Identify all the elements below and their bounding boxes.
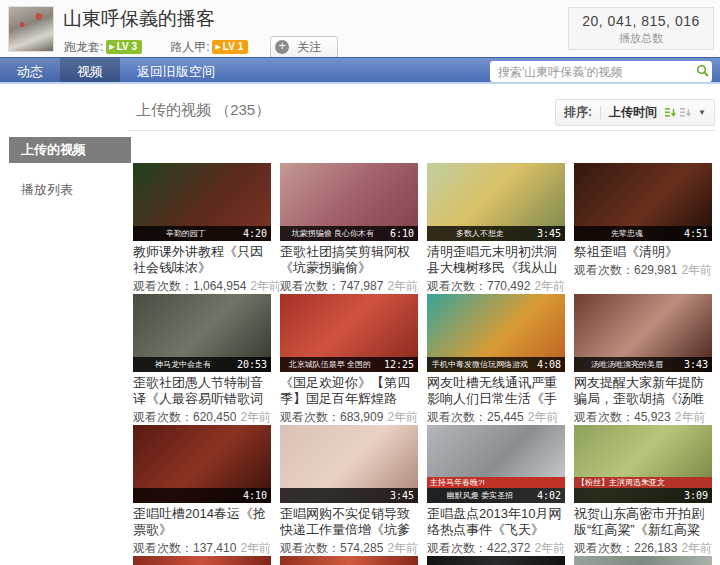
thumbnail-bottom-bar: 4:10 [133, 488, 271, 503]
sidebar-item-uploaded-videos[interactable]: 上传的视频 [9, 137, 131, 163]
video-title[interactable]: 清明歪唱元末明初洪洞县大槐树移民《我从山西来》 [427, 244, 565, 276]
video-meta: 观看次数：747,9872年前 [280, 278, 418, 295]
sort-desc-icon[interactable] [665, 107, 676, 118]
video-title[interactable]: 歪歌社团搞笑剪辑阿权《坑蒙拐骗偷》 [280, 244, 418, 276]
video-thumbnail[interactable]: 北京城队伍最早 全国的 12:25 [280, 294, 418, 372]
video-card[interactable]: 辛勤的园丁 4:20 教师课外讲教程《只因社会钱味浓》 观看次数：1,064,9… [133, 163, 271, 294]
video-duration: 6:10 [386, 228, 418, 239]
view-count: 观看次数：620,450 [133, 410, 236, 424]
video-thumbnail[interactable] [574, 556, 712, 565]
sidebar-item-playlists[interactable]: 播放列表 [9, 181, 131, 199]
video-duration: 4:51 [680, 228, 712, 239]
video-duration: 4:08 [533, 359, 565, 370]
view-count: 观看次数：770,492 [427, 279, 530, 293]
channel-title: 山東呼保義的播客 [63, 6, 215, 32]
video-meta: 观看次数：226,1832年前 [574, 540, 712, 557]
youku-play-icon: ▶ [215, 41, 220, 53]
follow-button[interactable]: + 关注 [270, 36, 338, 58]
video-card-partial[interactable] [574, 556, 712, 565]
video-duration: 3:45 [533, 228, 565, 239]
video-title[interactable]: 歪唱吐槽2014春运《抢票歌》 [133, 506, 271, 538]
video-thumbnail[interactable]: 坑蒙拐骗偷 良心你木有 6:10 [280, 163, 418, 241]
video-title[interactable]: 歪唱网购不实促销导致快递工作量倍增《坑爹双十二》 [280, 506, 418, 538]
video-thumbnail[interactable] [133, 556, 271, 565]
video-thumbnail[interactable]: 手机中毒发微信玩网络游戏 4:08 [427, 294, 565, 372]
thumbnail-caption: 先辈忠魂 [574, 228, 680, 239]
thumbnail-bottom-bar: 3:45 [280, 488, 418, 503]
video-thumbnail[interactable]: 3:45 [280, 425, 418, 503]
level-badge-orange: ▶LV 1 [212, 40, 248, 54]
video-card[interactable]: 主持马年春晚?! 幽默风趣 委实圣招 4:02 歪唱盘点2013年10月网络热点… [427, 425, 565, 556]
thumbnail-bottom-bar: 北京城队伍最早 全国的 12:25 [280, 357, 418, 372]
chevron-down-icon[interactable]: ▼ [698, 108, 706, 117]
divider [128, 130, 716, 131]
video-thumbnail[interactable]: 【粉丝】主演周迅朱亚文 3:09 [574, 425, 712, 503]
page-title: 上传的视频 （235） [136, 101, 270, 120]
view-count: 观看次数：629,981 [574, 263, 677, 277]
video-duration: 4:10 [239, 490, 271, 501]
video-duration: 4:02 [533, 490, 565, 501]
total-plays-box: 20, 041, 815, 016 播放总数 [568, 7, 714, 50]
sort-asc-icon[interactable] [680, 107, 691, 118]
tab-old-version[interactable]: 返回旧版空间 [120, 58, 232, 82]
upload-age: 2年前 [681, 541, 712, 555]
video-title[interactable]: 祝贺山东高密市开拍剧版“红高粱”《新红高粱传奇》 [574, 506, 712, 538]
video-grid: 辛勤的园丁 4:20 教师课外讲教程《只因社会钱味浓》 观看次数：1,064,9… [133, 163, 715, 565]
video-card[interactable]: 手机中毒发微信玩网络游戏 4:08 网友吐槽无线通讯严重影响人们日常生活《手机情… [427, 294, 565, 425]
sidebar: 上传的视频 播放列表 [9, 137, 131, 199]
video-title[interactable]: 网友提醒大家新年提防骗局，歪歌胡搞《汤唯被骗歌》 [574, 375, 712, 407]
video-card-partial[interactable] [133, 556, 271, 565]
video-title[interactable]: 教师课外讲教程《只因社会钱味浓》 [133, 244, 271, 276]
video-card[interactable]: 先辈忠魂 4:51 祭祖歪唱《清明》 观看次数：629,9812年前 [574, 163, 712, 294]
plus-icon: + [275, 40, 289, 54]
upload-age: 2年前 [675, 410, 706, 424]
video-title[interactable]: 歪歌社团愚人节特制音译《人最容易听错歌词终极版》 [133, 375, 271, 407]
video-thumbnail[interactable]: 多数人不想走 3:45 [427, 163, 565, 241]
upload-age: 2年前 [240, 541, 271, 555]
video-meta: 观看次数：422,3722年前 [427, 540, 565, 557]
video-card-partial[interactable] [427, 556, 565, 565]
channel-level-row: 跑龙套: ▶LV 3 路人甲: ▶LV 1 + 关注 [64, 36, 338, 58]
video-card[interactable]: 坑蒙拐骗偷 良心你木有 6:10 歪歌社团搞笑剪辑阿权《坑蒙拐骗偷》 观看次数：… [280, 163, 418, 294]
video-thumbnail[interactable] [280, 556, 418, 565]
thumbnail-caption: 汤唯汤唯漂亮的美眉 [574, 359, 680, 370]
thumbnail-caption: 手机中毒发微信玩网络游戏 [427, 359, 533, 370]
search-icon[interactable] [692, 63, 712, 81]
video-thumbnail[interactable]: 先辈忠魂 4:51 [574, 163, 712, 241]
upload-age: 2年前 [387, 279, 418, 293]
view-count: 观看次数：226,183 [574, 541, 677, 555]
video-thumbnail[interactable] [427, 556, 565, 565]
video-thumbnail[interactable]: 4:10 [133, 425, 271, 503]
video-card[interactable]: 【粉丝】主演周迅朱亚文 3:09 祝贺山东高密市开拍剧版“红高粱”《新红高粱传奇… [574, 425, 712, 556]
video-count: （235） [215, 101, 270, 118]
view-count: 观看次数：1,064,954 [133, 279, 246, 293]
video-thumbnail[interactable]: 神马龙中会走有 20:53 [133, 294, 271, 372]
video-card[interactable]: 多数人不想走 3:45 清明歪唱元末明初洪洞县大槐树移民《我从山西来》 观看次数… [427, 163, 565, 294]
video-thumbnail[interactable]: 主持马年春晚?! 幽默风趣 委实圣招 4:02 [427, 425, 565, 503]
view-count: 观看次数：45,923 [574, 410, 671, 424]
video-thumbnail[interactable]: 汤唯汤唯漂亮的美眉 3:43 [574, 294, 712, 372]
video-duration: 12:25 [380, 359, 418, 370]
channel-avatar[interactable] [8, 6, 54, 52]
video-title[interactable]: 网友吐槽无线通讯严重影响人们日常生活《手机情缘》 [427, 375, 565, 407]
video-card[interactable]: 3:45 歪唱网购不实促销导致快递工作量倍增《坑爹双十二》 观看次数：574,2… [280, 425, 418, 556]
video-card-partial[interactable] [280, 556, 418, 565]
thumbnail-bottom-bar: 神马龙中会走有 20:53 [133, 357, 271, 372]
tab-videos[interactable]: 视频 [60, 58, 120, 82]
video-card[interactable]: 北京城队伍最早 全国的 12:25 《国足欢迎你》【第四季】国足百年辉煌路《绿旋… [280, 294, 418, 425]
video-title[interactable]: 《国足欢迎你》【第四季】国足百年辉煌路《绿旋风》 [280, 375, 418, 407]
sort-control[interactable]: 排序: 上传时间 ▼ [555, 99, 715, 126]
video-duration: 4:20 [239, 228, 271, 239]
video-thumbnail[interactable]: 辛勤的园丁 4:20 [133, 163, 271, 241]
video-title[interactable]: 歪唱盘点2013年10月网络热点事件《飞天》 [427, 506, 565, 538]
search-input[interactable] [490, 65, 692, 79]
view-count: 观看次数：574,285 [280, 541, 383, 555]
video-title[interactable]: 祭祖歪唱《清明》 [574, 244, 712, 260]
thumbnail-bottom-bar: 3:09 [574, 488, 712, 503]
thumbnail-caption: 坑蒙拐骗偷 良心你木有 [280, 228, 386, 239]
video-card[interactable]: 4:10 歪唱吐槽2014春运《抢票歌》 观看次数：137,4102年前 [133, 425, 271, 556]
video-card[interactable]: 神马龙中会走有 20:53 歪歌社团愚人节特制音译《人最容易听错歌词终极版》 观… [133, 294, 271, 425]
sort-value-upload-time[interactable]: 上传时间 [609, 104, 657, 121]
tab-dynamics[interactable]: 动态 [0, 58, 60, 82]
video-card[interactable]: 汤唯汤唯漂亮的美眉 3:43 网友提醒大家新年提防骗局，歪歌胡搞《汤唯被骗歌》 … [574, 294, 712, 425]
